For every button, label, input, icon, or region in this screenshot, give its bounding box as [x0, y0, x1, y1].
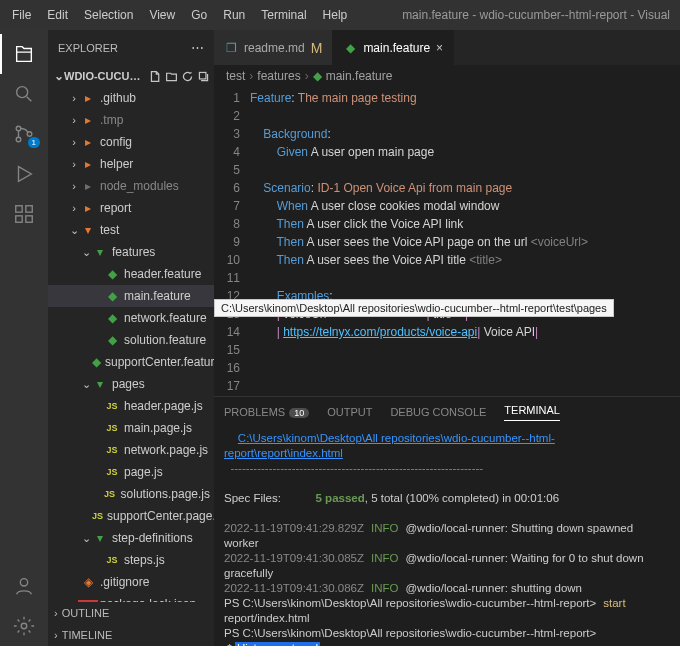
menu-selection[interactable]: Selection [76, 0, 141, 30]
timeline-header[interactable]: ›TIMELINE [48, 624, 214, 646]
tree-item-steps-js[interactable]: JSsteps.js [48, 549, 214, 571]
tree-item-config[interactable]: ›▸config [48, 131, 214, 153]
search-icon[interactable] [0, 74, 48, 114]
run-debug-icon[interactable] [0, 154, 48, 194]
chevron-icon: ⌄ [68, 224, 80, 237]
chevron-icon: › [68, 180, 80, 192]
tree-item-supportcenter-feature[interactable]: ◆supportCenter.feature [48, 351, 214, 373]
file-type-icon: JS [92, 511, 103, 521]
file-type-icon: JS [104, 467, 120, 477]
activity-bar: 1 [0, 30, 48, 646]
file-type-icon: ▾ [92, 377, 108, 391]
settings-gear-icon[interactable] [0, 606, 48, 646]
refresh-icon[interactable] [181, 70, 194, 83]
tab-main-feature[interactable]: ◆ main.feature × [333, 30, 454, 65]
svg-point-3 [27, 132, 32, 137]
tree-item--gitignore[interactable]: ◈.gitignore [48, 571, 214, 593]
tree-item-step-definitions[interactable]: ⌄▾step-definitions [48, 527, 214, 549]
terminal[interactable]: C:\Users\kinom\Desktop\All repositories\… [214, 427, 680, 646]
tree-item--tmp[interactable]: ›▸.tmp [48, 109, 214, 131]
file-type-icon: ▸ [80, 179, 96, 193]
new-folder-icon[interactable] [165, 70, 178, 83]
chevron-icon: › [68, 92, 80, 104]
tree-item-solutions-page-js[interactable]: JSsolutions.page.js [48, 483, 214, 505]
collapse-all-icon[interactable] [197, 70, 210, 83]
problems-tab[interactable]: PROBLEMS10 [224, 406, 309, 418]
accounts-icon[interactable] [0, 566, 48, 606]
outline-header[interactable]: ›OUTLINE [48, 602, 214, 624]
breadcrumb[interactable]: test› features› ◆ main.feature [214, 65, 680, 87]
code-content[interactable]: Feature: The main page testing Backgroun… [250, 87, 680, 396]
file-type-icon: ◆ [92, 355, 101, 369]
file-type-icon: JS [104, 555, 120, 565]
menu-run[interactable]: Run [215, 0, 253, 30]
source-control-icon[interactable]: 1 [0, 114, 48, 154]
explorer-more-icon[interactable]: ⋯ [191, 40, 204, 55]
tree-item-main-page-js[interactable]: JSmain.page.js [48, 417, 214, 439]
tree-item-solution-feature[interactable]: ◆solution.feature [48, 329, 214, 351]
file-type-icon: JS [103, 489, 117, 499]
tree-item-main-feature[interactable]: ◆main.feature [48, 285, 214, 307]
tree-item-report[interactable]: ›▸report [48, 197, 214, 219]
menu-help[interactable]: Help [315, 0, 356, 30]
chevron-icon: ⌄ [80, 378, 92, 391]
scm-badge: 1 [28, 137, 40, 148]
tree-item-test[interactable]: ⌄▾test [48, 219, 214, 241]
file-type-icon: ▸ [80, 113, 96, 127]
menu-go[interactable]: Go [183, 0, 215, 30]
explorer-sidebar: EXPLORER ⋯ ⌄ WDIO-CUCUMBER--HTML-RE... ›… [48, 30, 214, 646]
tree-item-package-lock-json[interactable]: npmpackage-lock.json [48, 593, 214, 602]
tab-readme[interactable]: ❐ readme.md M [214, 30, 333, 65]
chevron-icon: › [68, 158, 80, 170]
file-type-icon: ◆ [104, 333, 120, 347]
tree-item-helper[interactable]: ›▸helper [48, 153, 214, 175]
bottom-panel: PROBLEMS10 OUTPUT DEBUG CONSOLE TERMINAL… [214, 396, 680, 646]
menu-file[interactable]: File [0, 0, 39, 30]
svg-rect-10 [199, 72, 206, 79]
file-type-icon: ▸ [80, 201, 96, 215]
terminal-link[interactable]: C:\Users\kinom\Desktop\All repositories\… [224, 432, 555, 459]
code-editor[interactable]: 1234567891011121314151617 Feature: The m… [214, 87, 680, 396]
debug-console-tab[interactable]: DEBUG CONSOLE [390, 406, 486, 418]
modified-indicator: M [311, 40, 323, 56]
file-type-icon: ▾ [80, 223, 96, 237]
chevron-down-icon: ⌄ [54, 69, 64, 83]
svg-point-9 [21, 623, 27, 629]
tree-item-network-page-js[interactable]: JSnetwork.page.js [48, 439, 214, 461]
file-type-icon: ▸ [80, 91, 96, 105]
editor-group: ❐ readme.md M ◆ main.feature × test› fea… [214, 30, 680, 646]
menu-terminal[interactable]: Terminal [253, 0, 314, 30]
tree-item--github[interactable]: ›▸.github [48, 87, 214, 109]
terminal-tab[interactable]: TERMINAL [504, 404, 560, 421]
extensions-icon[interactable] [0, 194, 48, 234]
tree-item-node-modules[interactable]: ›▸node_modules [48, 175, 214, 197]
chevron-icon: › [68, 136, 80, 148]
file-type-icon: ▾ [92, 245, 108, 259]
menu-view[interactable]: View [141, 0, 183, 30]
tree-item-header-feature[interactable]: ◆header.feature [48, 263, 214, 285]
cucumber-icon: ◆ [343, 41, 357, 55]
tree-item-pages[interactable]: ⌄▾pages [48, 373, 214, 395]
markdown-icon: ❐ [224, 41, 238, 55]
tree-item-header-page-js[interactable]: JSheader.page.js [48, 395, 214, 417]
path-tooltip: C:\Users\kinom\Desktop\All repositories\… [214, 299, 614, 317]
panel-tabs: PROBLEMS10 OUTPUT DEBUG CONSOLE TERMINAL [214, 397, 680, 427]
file-type-icon: ▸ [80, 157, 96, 171]
output-tab[interactable]: OUTPUT [327, 406, 372, 418]
tree-item-features[interactable]: ⌄▾features [48, 241, 214, 263]
new-file-icon[interactable] [149, 70, 162, 83]
project-header[interactable]: ⌄ WDIO-CUCUMBER--HTML-RE... [48, 65, 214, 87]
chevron-icon: › [68, 202, 80, 214]
tree-item-supportcenter-page-js[interactable]: JSsupportCenter.page.js [48, 505, 214, 527]
tree-item-network-feature[interactable]: ◆network.feature [48, 307, 214, 329]
tree-item-page-js[interactable]: JSpage.js [48, 461, 214, 483]
svg-point-0 [17, 87, 28, 98]
file-type-icon: ◆ [104, 267, 120, 281]
svg-rect-7 [26, 216, 32, 222]
menu-edit[interactable]: Edit [39, 0, 76, 30]
svg-rect-5 [26, 206, 32, 212]
explorer-icon[interactable] [0, 34, 48, 74]
svg-rect-4 [16, 206, 22, 212]
close-tab-icon[interactable]: × [436, 41, 443, 55]
line-numbers: 1234567891011121314151617 [214, 87, 250, 396]
